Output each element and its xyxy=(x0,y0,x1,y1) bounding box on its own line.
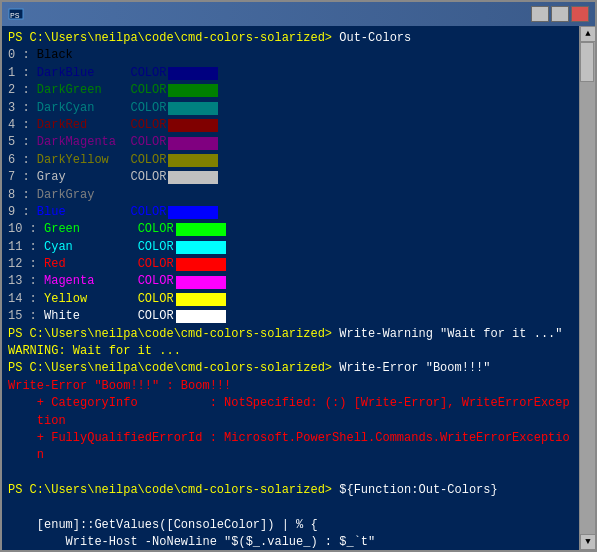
scroll-thumb[interactable] xyxy=(580,42,594,82)
window-controls xyxy=(531,6,589,22)
color-swatch xyxy=(168,154,218,167)
prompt-error-line: PS C:\Users\neilpa\code\cmd-colors-solar… xyxy=(8,360,573,377)
window-icon: PS xyxy=(8,6,24,22)
prompt-function-line: PS C:\Users\neilpa\code\cmd-colors-solar… xyxy=(8,482,573,499)
color-row: 14 : Yellow COLOR xyxy=(8,291,573,308)
color-index: 4 : xyxy=(8,117,37,134)
svg-text:PS: PS xyxy=(10,11,20,20)
prompt-text: PS C:\Users\neilpa\code\cmd-colors-solar… xyxy=(8,30,332,47)
color-row: 13 : Magenta COLOR xyxy=(8,273,573,290)
color-row: 11 : Cyan COLOR xyxy=(8,239,573,256)
color-name: DarkGray xyxy=(37,187,95,204)
scroll-up-button[interactable]: ▲ xyxy=(580,26,595,42)
color-label: COLOR xyxy=(130,204,166,221)
color-row: 0 : Black xyxy=(8,47,573,64)
color-index: 15 : xyxy=(8,308,44,325)
scroll-down-button[interactable]: ▼ xyxy=(580,534,595,550)
color-name: DarkRed xyxy=(37,117,87,134)
color-name: Black xyxy=(37,47,73,64)
color-name: Gray xyxy=(37,169,66,186)
color-swatch xyxy=(176,241,226,254)
color-name: DarkCyan xyxy=(37,100,95,117)
minimize-button[interactable] xyxy=(531,6,549,22)
prompt-text-3: PS C:\Users\neilpa\code\cmd-colors-solar… xyxy=(8,360,332,377)
prompt-line-1: PS C:\Users\neilpa\code\cmd-colors-solar… xyxy=(8,30,573,47)
color-name: Magenta xyxy=(44,273,94,290)
color-index: 6 : xyxy=(8,152,37,169)
color-name: Yellow xyxy=(44,291,87,308)
color-name: Cyan xyxy=(44,239,73,256)
empty-line-2 xyxy=(8,500,573,517)
color-name: Blue xyxy=(37,204,66,221)
color-name: White xyxy=(44,308,80,325)
error-detail-line-2b: n xyxy=(8,447,573,464)
color-index: 12 : xyxy=(8,256,44,273)
error-output: Write-Error "Boom!!!" : Boom!!! xyxy=(8,378,231,395)
color-name: Green xyxy=(44,221,80,238)
color-index: 13 : xyxy=(8,273,44,290)
color-swatch xyxy=(168,84,218,97)
prompt-warning-line: PS C:\Users\neilpa\code\cmd-colors-solar… xyxy=(8,326,573,343)
color-row: 12 : Red COLOR xyxy=(8,256,573,273)
error-detail-line-1: + CategoryInfo : NotSpecified: (:) [Writ… xyxy=(8,395,573,412)
color-index: 3 : xyxy=(8,100,37,117)
color-name: Red xyxy=(44,256,66,273)
color-swatch xyxy=(168,67,218,80)
color-label: COLOR xyxy=(130,65,166,82)
color-swatch xyxy=(176,293,226,306)
color-row: 1 : DarkBlue COLOR xyxy=(8,65,573,82)
color-row: 9 : Blue COLOR xyxy=(8,204,573,221)
scrollbar[interactable]: ▲ ▼ xyxy=(579,26,595,550)
color-index: 2 : xyxy=(8,82,37,99)
color-row: 6 : DarkYellow COLOR xyxy=(8,152,573,169)
restore-button[interactable] xyxy=(551,6,569,22)
color-swatch xyxy=(168,137,218,150)
function-cmd: ${Function:Out-Colors} xyxy=(332,482,498,499)
color-label: COLOR xyxy=(130,117,166,134)
color-swatch xyxy=(176,258,226,271)
error-detail-2b: n xyxy=(8,447,44,464)
error-output-line: Write-Error "Boom!!!" : Boom!!! xyxy=(8,378,573,395)
close-button[interactable] xyxy=(571,6,589,22)
error-detail-1b: tion xyxy=(8,413,66,430)
color-label: COLOR xyxy=(138,256,174,273)
color-index: 14 : xyxy=(8,291,44,308)
color-swatch xyxy=(176,276,226,289)
color-index: 9 : xyxy=(8,204,37,221)
code-line: [enum]::GetValues([ConsoleColor]) | % { xyxy=(8,517,573,534)
color-name: DarkBlue xyxy=(37,65,95,82)
color-row: 15 : White COLOR xyxy=(8,308,573,325)
empty-line xyxy=(8,465,573,482)
color-label: COLOR xyxy=(138,291,174,308)
console-output[interactable]: PS C:\Users\neilpa\code\cmd-colors-solar… xyxy=(2,26,579,550)
color-row: 3 : DarkCyan COLOR xyxy=(8,100,573,117)
color-index: 11 : xyxy=(8,239,44,256)
color-index: 10 : xyxy=(8,221,44,238)
color-label: COLOR xyxy=(130,134,166,151)
color-list: 0 : Black1 : DarkBlue COLOR2 : DarkGreen… xyxy=(8,47,573,325)
color-index: 0 : xyxy=(8,47,37,64)
color-swatch xyxy=(176,223,226,236)
color-index: 7 : xyxy=(8,169,37,186)
color-label: COLOR xyxy=(138,221,174,238)
prompt-text-2: PS C:\Users\neilpa\code\cmd-colors-solar… xyxy=(8,326,332,343)
color-swatch xyxy=(176,310,226,323)
error-detail-1: + CategoryInfo : NotSpecified: (:) [Writ… xyxy=(8,395,570,412)
powershell-window: PS PS C:\Users\neilpa\code\cmd-colors-so… xyxy=(0,0,597,552)
color-swatch xyxy=(168,102,218,115)
title-bar: PS xyxy=(2,2,595,26)
color-name: DarkMagenta xyxy=(37,134,116,151)
warning-output: WARNING: Wait for it ... xyxy=(8,343,181,360)
color-row: 2 : DarkGreen COLOR xyxy=(8,82,573,99)
color-index: 1 : xyxy=(8,65,37,82)
color-swatch xyxy=(168,171,218,184)
color-index: 5 : xyxy=(8,134,37,151)
error-detail-2: + FullyQualifiedErrorId : Microsoft.Powe… xyxy=(8,430,570,447)
color-row: 4 : DarkRed COLOR xyxy=(8,117,573,134)
error-detail-line-2: + FullyQualifiedErrorId : Microsoft.Powe… xyxy=(8,430,573,447)
color-label: COLOR xyxy=(138,239,174,256)
color-label: COLOR xyxy=(138,308,174,325)
color-swatch xyxy=(168,206,218,219)
scroll-track[interactable] xyxy=(580,42,595,534)
code-block: [enum]::GetValues([ConsoleColor]) | % { … xyxy=(8,517,573,550)
